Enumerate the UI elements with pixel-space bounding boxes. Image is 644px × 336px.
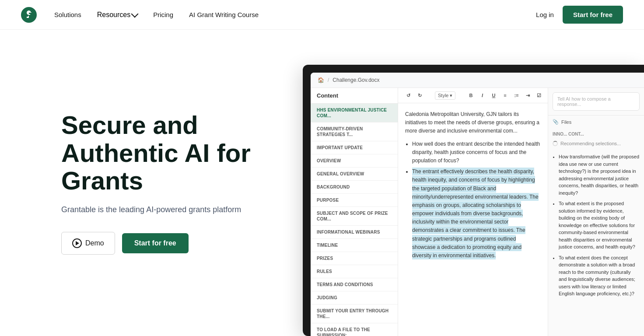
content-item[interactable]: HHS ENVIRONMENTAL JUSTICE COM... [311, 104, 398, 122]
inno-section: Inno... cont... [548, 128, 644, 138]
style-dropdown[interactable]: Style ▾ [435, 91, 455, 100]
italic-button[interactable]: I [477, 91, 487, 100]
ai-bullet-item: To what extent is the proposed solution … [559, 200, 640, 251]
nav-pricing[interactable]: Pricing [153, 11, 173, 18]
loading-spinner [553, 141, 558, 146]
checkbox-button[interactable]: ☑ [534, 91, 544, 100]
files-icon: 📎 [553, 119, 559, 125]
play-icon [72, 238, 82, 248]
hero-buttons: Demo Start for free [61, 232, 289, 255]
editor-content: Caledonia Metropolitan University, GJN t… [398, 103, 548, 336]
app-mockup: 🏠 / Challenge.Gov.docx Content HHS ENVIR… [303, 65, 644, 336]
content-item[interactable]: PURPOSE [311, 194, 398, 207]
content-items-list: HHS ENVIRONMENTAL JUSTICE COM...COMMUNIT… [311, 104, 398, 336]
content-item[interactable]: SUBMIT YOUR ENTRY THROUGH THE... [311, 304, 398, 323]
hero-section: Secure and Authentic AI for Grants Grant… [0, 30, 644, 336]
content-item[interactable]: TERMS AND CONDITIONS [311, 278, 398, 291]
start-hero-button[interactable]: Start for free [122, 233, 189, 253]
breadcrumb-file: Challenge.Gov.docx [332, 77, 379, 83]
mockup-inner: 🏠 / Challenge.Gov.docx Content HHS ENVIR… [311, 73, 644, 336]
hero-text: Secure and Authentic AI for Grants Grant… [61, 111, 289, 255]
content-item[interactable]: IMPORTANT UPDATE [311, 141, 398, 154]
hero-subtitle: Grantable is the leading AI-powered gran… [61, 205, 289, 214]
redo-button[interactable]: ↻ [415, 91, 424, 100]
content-item[interactable]: SUBJECT AND SCOPE OF PRIZE COM... [311, 207, 398, 226]
editor-main: ↺ ↻ Style ▾ B I U ≡ [398, 88, 548, 336]
start-for-free-button[interactable]: Start for free [563, 6, 623, 24]
ai-panel: Tell AI how to compose a response... 📎 F… [548, 88, 644, 336]
ai-input-placeholder[interactable]: Tell AI how to compose a response... [553, 92, 640, 111]
logo[interactable] [21, 7, 37, 23]
ai-bullets-list: How transformative (will the proposed id… [559, 153, 640, 298]
home-icon: 🏠 [318, 77, 324, 83]
ai-suggestions: How transformative (will the proposed id… [548, 149, 644, 336]
mockup-body: Content HHS ENVIRONMENTAL JUSTICE COM...… [311, 88, 644, 336]
indent-button[interactable]: ⇥ [523, 91, 532, 100]
demo-button[interactable]: Demo [61, 232, 115, 255]
ordered-list-button[interactable]: := [511, 91, 521, 100]
bold-button[interactable]: B [466, 91, 476, 100]
editor-toolbar: ↺ ↻ Style ▾ B I U ≡ [398, 88, 548, 103]
nav-solutions[interactable]: Solutions [54, 11, 81, 18]
main-nav: Solutions Resources Pricing AI Grant Wri… [54, 11, 536, 19]
content-item[interactable]: JUDGING [311, 291, 398, 304]
content-item[interactable]: TIMELINE [311, 239, 398, 252]
content-item[interactable]: TO LOAD A FILE TO THE SUBMISSION: [311, 323, 398, 336]
nav-resources[interactable]: Resources [97, 11, 137, 19]
nav-ai-course[interactable]: AI Grant Writing Course [189, 11, 259, 18]
ai-recommending: Recommending selections... [548, 138, 644, 149]
content-item[interactable]: GENERAL OVERVIEW [311, 168, 398, 181]
ai-bullet-item: How transformative (will the proposed id… [559, 153, 640, 196]
editor-paragraph-1: Caledonia Metropolitan University, GJN t… [405, 110, 541, 136]
ai-bullet-item: To what extent does the concept demonstr… [559, 254, 640, 298]
editor-list: How well does the entrant describe the i… [412, 140, 541, 260]
hero-title: Secure and Authentic AI for Grants [61, 111, 289, 195]
undo-button[interactable]: ↺ [403, 91, 413, 100]
content-item[interactable]: RULES [311, 265, 398, 278]
content-sidebar-header: Content [311, 88, 398, 104]
editor-highlighted-text: The entrant effectively describes the he… [412, 168, 539, 259]
login-button[interactable]: Log in [536, 11, 554, 18]
content-sidebar: Content HHS ENVIRONMENTAL JUSTICE COM...… [311, 88, 398, 336]
content-item[interactable]: PRIZES [311, 252, 398, 265]
chevron-down-icon [131, 10, 139, 18]
underline-button[interactable]: U [489, 91, 498, 100]
content-item[interactable]: INFORMATIONAL WEBINARS [311, 226, 398, 239]
mockup-breadcrumb: 🏠 / Challenge.Gov.docx [311, 73, 644, 88]
header: Solutions Resources Pricing AI Grant Wri… [0, 0, 644, 30]
ai-files-row: 📎 Files [548, 116, 644, 128]
content-item[interactable]: COMMUNITY-DRIVEN STRATEGIES T... [311, 122, 398, 141]
content-item[interactable]: BACKGROUND [311, 181, 398, 194]
ai-input-area: Tell AI how to compose a response... [548, 88, 644, 116]
bullet-list-button[interactable]: ≡ [500, 91, 510, 100]
header-actions: Log in Start for free [536, 6, 623, 24]
content-item[interactable]: OVERVIEW [311, 154, 398, 168]
editor-list-item-1: How well does the entrant describe the i… [412, 140, 541, 165]
